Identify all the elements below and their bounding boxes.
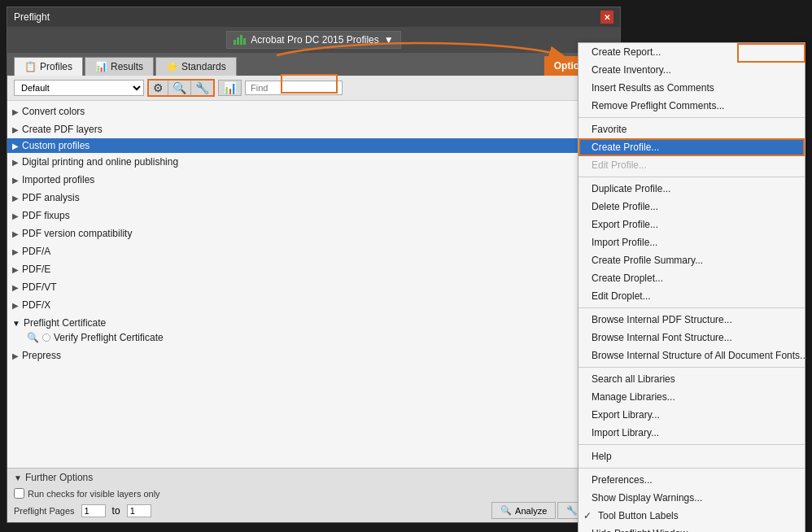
tabs-bar: 📋 Profiles 📊 Results ⭐ Standards Options… xyxy=(7,53,620,76)
menu-item-export-profile[interactable]: Export Profile... xyxy=(578,216,805,233)
group-label: PDF fixups xyxy=(22,210,70,221)
tab-profiles[interactable]: 📋 Profiles xyxy=(14,57,83,76)
expand-arrow: ▶ xyxy=(12,107,19,116)
menu-item-manage-libraries[interactable]: Manage Libraries... xyxy=(578,388,805,406)
menu-item-preferences[interactable]: Preferences... xyxy=(578,471,805,489)
group-label: PDF/A xyxy=(22,246,50,257)
pdfe-header[interactable]: ▶ PDF/E xyxy=(7,262,620,277)
group-label: PDF/VT xyxy=(22,281,57,293)
from-page-input[interactable] xyxy=(81,504,106,517)
menu-item-label: Delete Profile... xyxy=(592,201,658,212)
list-item: ▶ Imported profiles xyxy=(7,171,620,189)
filter-select[interactable]: Default xyxy=(14,80,144,96)
expand-arrow: ▶ xyxy=(12,283,19,292)
tab-profiles-label: Profiles xyxy=(40,61,72,72)
toolbar-btn-group: ⚙ 🔍 🔧 xyxy=(147,79,215,97)
bottom-bar: ▼ Further Options Run checks for visible… xyxy=(7,468,620,522)
menu-item-hide-preflight[interactable]: Hide Preflight Window xyxy=(578,525,805,532)
menu-separator xyxy=(578,367,805,368)
group-label: PDF/E xyxy=(22,264,50,275)
pdfa-header[interactable]: ▶ PDF/A xyxy=(7,244,620,259)
tab-results[interactable]: 📊 Results xyxy=(85,57,154,76)
cert-bullet xyxy=(42,334,50,342)
to-page-input[interactable] xyxy=(127,504,151,517)
further-options-arrow: ▼ xyxy=(14,473,22,482)
menu-item-duplicate-profile[interactable]: Duplicate Profile... xyxy=(578,180,805,198)
list-item: ▶ PDF fixups xyxy=(7,207,620,225)
menu-item-help[interactable]: Help xyxy=(578,447,805,465)
menu-item-label: Create Report... xyxy=(592,46,661,58)
visible-layers-checkbox-label[interactable]: Run checks for visible layers only xyxy=(14,488,160,499)
menu-item-favorite[interactable]: Favorite xyxy=(578,120,805,138)
menu-item-import-profile[interactable]: Import Profile... xyxy=(578,233,805,251)
menu-item-insert-results[interactable]: Insert Results as Comments xyxy=(578,79,805,97)
menu-item-create-report[interactable]: Create Report... xyxy=(578,43,805,61)
bottom-controls: Run checks for visible layers only xyxy=(14,488,613,499)
menu-item-label: Import Profile... xyxy=(592,237,657,248)
pdf-fixups-header[interactable]: ▶ PDF fixups xyxy=(7,208,620,223)
menu-item-label: Browse Internal Structure of All Documen… xyxy=(592,350,808,361)
menu-separator xyxy=(578,117,805,118)
menu-item-label: Insert Results as Comments xyxy=(592,82,714,94)
list-item: ▶ Create PDF layers xyxy=(7,120,620,138)
analyze-button[interactable]: 🔍 Analyze xyxy=(491,502,556,519)
menu-item-label: Favorite xyxy=(592,124,626,135)
further-options-header[interactable]: ▼ Further Options xyxy=(14,472,613,483)
expand-arrow: ▶ xyxy=(12,351,19,360)
tab-results-label: Results xyxy=(111,61,143,72)
menu-item-remove-preflight[interactable]: Remove Preflight Comments... xyxy=(578,97,805,115)
profile-selector-label: Acrobat Pro DC 2015 Profiles xyxy=(251,34,378,46)
menu-item-create-inventory[interactable]: Create Inventory... xyxy=(578,61,805,79)
menu-item-import-library[interactable]: Import Library... xyxy=(578,424,805,442)
edit-profile-btn[interactable]: ⚙ xyxy=(149,81,168,95)
preflight-pages-label: Preflight Pages xyxy=(14,506,75,516)
visible-layers-checkbox[interactable] xyxy=(14,488,24,499)
chart-btn[interactable]: 📊 xyxy=(218,80,242,96)
convert-colors-header[interactable]: ▶ Convert colors xyxy=(7,104,620,119)
menu-item-create-droplet[interactable]: Create Droplet... xyxy=(578,269,805,287)
expand-arrow: ▶ xyxy=(12,142,19,150)
menu-item-search-libraries[interactable]: Search all Libraries xyxy=(578,370,805,388)
digital-printing-header[interactable]: ▶ Digital printing and online publishing xyxy=(7,155,620,169)
preflight-cert-header[interactable]: ▼ Preflight Certificate xyxy=(7,316,620,330)
prepress-header[interactable]: ▶ Prepress xyxy=(7,348,620,363)
search-btn[interactable]: 🔍 xyxy=(168,81,191,95)
profile-selector-bar: Acrobat Pro DC 2015 Profiles ▼ xyxy=(7,27,620,53)
create-pdf-layers-header[interactable]: ▶ Create PDF layers xyxy=(7,122,620,137)
pdfvt-header[interactable]: ▶ PDF/VT xyxy=(7,280,620,294)
menu-item-show-display-warnings[interactable]: Show Display Warnings... xyxy=(578,489,805,507)
pdfx-header[interactable]: ▶ PDF/X xyxy=(7,298,620,312)
list-item: ▶ PDF/VT xyxy=(7,278,620,296)
analyze-label: Analyze xyxy=(515,506,547,516)
config-btn[interactable]: 🔧 xyxy=(191,81,213,95)
bar-chart-icon xyxy=(234,35,246,45)
group-label: PDF version compatibility xyxy=(22,228,132,239)
menu-item-create-profile[interactable]: Create Profile... xyxy=(578,138,805,156)
menu-item-tool-button-labels[interactable]: ✓Tool Button Labels xyxy=(578,507,805,525)
menu-item-create-profile-summary[interactable]: Create Profile Summary... xyxy=(578,251,805,269)
menu-item-edit-droplet[interactable]: Edit Droplet... xyxy=(578,287,805,305)
pages-controls: Preflight Pages to 🔍 Analyze 🔧 Ana... xyxy=(14,502,613,519)
verify-cert-item[interactable]: 🔍 Verify Preflight Certificate xyxy=(7,330,620,345)
menu-item-label: Edit Profile... xyxy=(592,159,647,171)
menu-item-browse-internal-pdf[interactable]: Browse Internal PDF Structure... xyxy=(578,311,805,329)
pdf-analysis-header[interactable]: ▶ PDF analysis xyxy=(7,190,620,205)
menu-item-export-library[interactable]: Export Library... xyxy=(578,406,805,424)
menu-item-browse-all-fonts[interactable]: Browse Internal Structure of All Documen… xyxy=(578,347,805,364)
menu-item-delete-profile[interactable]: Delete Profile... xyxy=(578,198,805,216)
cert-item-label: Verify Preflight Certificate xyxy=(54,332,164,343)
menu-separator xyxy=(578,177,805,177)
menu-item-label: Show Display Warnings... xyxy=(592,492,702,504)
tab-standards[interactable]: ⭐ Standards xyxy=(155,57,237,76)
menu-item-browse-internal-font[interactable]: Browse Internal Font Structure... xyxy=(578,329,805,347)
profile-selector-dropdown[interactable]: Acrobat Pro DC 2015 Profiles ▼ xyxy=(226,31,400,49)
close-button[interactable]: ✕ xyxy=(600,11,613,24)
custom-profiles-item[interactable]: ▶ Custom profiles xyxy=(7,138,620,153)
toolbar: Default ⚙ 🔍 🔧 📊 xyxy=(7,76,620,101)
search-input[interactable] xyxy=(245,81,343,95)
pdf-version-header[interactable]: ▶ PDF version compatibility xyxy=(7,226,620,241)
group-label: Convert colors xyxy=(22,106,85,117)
menu-item-label: Remove Preflight Comments... xyxy=(592,100,724,111)
menu-item-label: Create Droplet... xyxy=(592,273,663,284)
imported-profiles-header[interactable]: ▶ Imported profiles xyxy=(7,172,620,187)
